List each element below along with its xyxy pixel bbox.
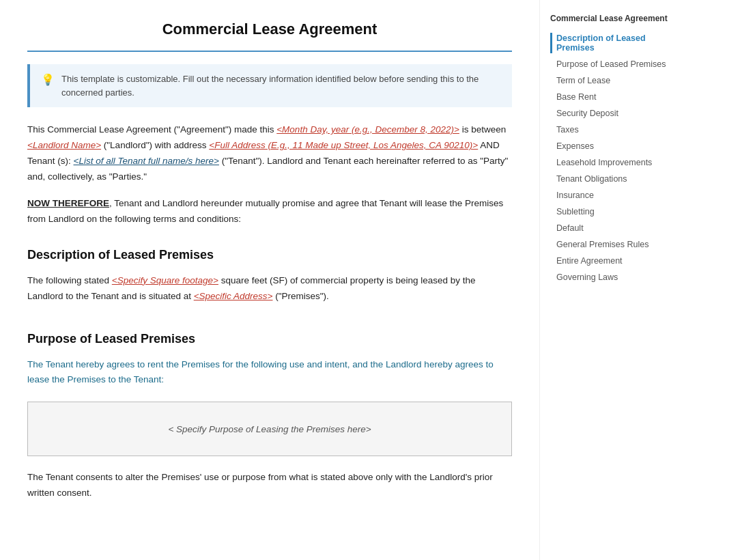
sidebar-item-term[interactable]: Term of Lease <box>550 75 672 86</box>
tenant-placeholder[interactable]: <List of all Tenant full name/s here> <box>74 156 219 166</box>
date-placeholder[interactable]: <Month Day, year (e.g., December 8, 2022… <box>276 124 459 135</box>
desc-part3: ("Premises"). <box>273 291 329 301</box>
intro-paragraph: This Commercial Lease Agreement ("Agreem… <box>27 122 512 185</box>
sidebar-item-taxes[interactable]: Taxes <box>550 124 672 135</box>
section-purpose-heading: Purpose of Leased Premises <box>27 332 512 346</box>
therefore-paragraph: NOW THEREFORE, Tenant and Landlord hereu… <box>27 196 512 227</box>
intro-part2: is between <box>459 124 506 135</box>
title-divider <box>27 51 512 52</box>
sidebar-item-description[interactable]: Description of Leased Premises <box>550 33 672 53</box>
sidebar-item-purpose[interactable]: Purpose of Leased Premises <box>550 59 672 70</box>
main-content: Commercial Lease Agreement 💡 This templa… <box>0 0 539 560</box>
sqft-placeholder[interactable]: <Specify Square footage> <box>112 275 218 285</box>
sidebar-item-insurance[interactable]: Insurance <box>550 190 672 201</box>
desc-part1: The following stated <box>27 275 112 285</box>
intro-part1: This Commercial Lease Agreement ("Agreem… <box>27 124 276 135</box>
therefore-word: NOW THEREFORE <box>27 198 109 208</box>
section-purpose: Purpose of Leased Premises The Tenant he… <box>27 332 512 502</box>
intro-part3: ("Landlord") with address <box>101 140 209 150</box>
sidebar-item-security-deposit[interactable]: Security Deposit <box>550 108 672 119</box>
purpose-input-box[interactable]: < Specify Purpose of Leasing the Premise… <box>27 402 512 456</box>
sidebar-item-expenses[interactable]: Expenses <box>550 141 672 152</box>
purpose-placeholder: < Specify Purpose of Leasing the Premise… <box>168 424 371 434</box>
sidebar-item-default[interactable]: Default <box>550 223 672 234</box>
sidebar-item-general-rules[interactable]: General Premises Rules <box>550 239 672 250</box>
sidebar-nav: Description of Leased Premises Purpose o… <box>550 33 672 283</box>
address-placeholder-2[interactable]: <Specific Address> <box>194 291 273 301</box>
notice-box: 💡 This template is customizable. Fill ou… <box>27 64 512 107</box>
address-placeholder[interactable]: <Full Address (E.g., 11 Made up Street, … <box>209 140 478 150</box>
sidebar-item-subletting[interactable]: Subletting <box>550 206 672 217</box>
sidebar-item-entire-agreement[interactable]: Entire Agreement <box>550 255 672 266</box>
landlord-placeholder[interactable]: <Landlord Name> <box>27 140 101 150</box>
section-purpose-intro: The Tenant hereby agrees to rent the Pre… <box>27 357 512 389</box>
sidebar: Commercial Lease Agreement Description o… <box>539 0 683 560</box>
sidebar-item-governing-laws[interactable]: Governing Laws <box>550 272 672 283</box>
lightbulb-icon: 💡 <box>41 73 55 86</box>
sidebar-title: Commercial Lease Agreement <box>550 14 672 23</box>
section-description: Description of Leased Premises The follo… <box>27 248 512 305</box>
sidebar-item-base-rent[interactable]: Base Rent <box>550 92 672 102</box>
notice-text: This template is customizable. Fill out … <box>61 72 501 99</box>
page-layout: Commercial Lease Agreement 💡 This templa… <box>0 0 755 560</box>
doc-title: Commercial Lease Agreement <box>27 20 512 38</box>
sidebar-item-tenant-obligations[interactable]: Tenant Obligations <box>550 173 672 184</box>
section-purpose-footer: The Tenant consents to alter the Premise… <box>27 470 512 501</box>
sidebar-item-leasehold[interactable]: Leasehold Improvements <box>550 157 672 168</box>
section-description-heading: Description of Leased Premises <box>27 248 512 262</box>
section-description-text: The following stated <Specify Square foo… <box>27 273 512 305</box>
